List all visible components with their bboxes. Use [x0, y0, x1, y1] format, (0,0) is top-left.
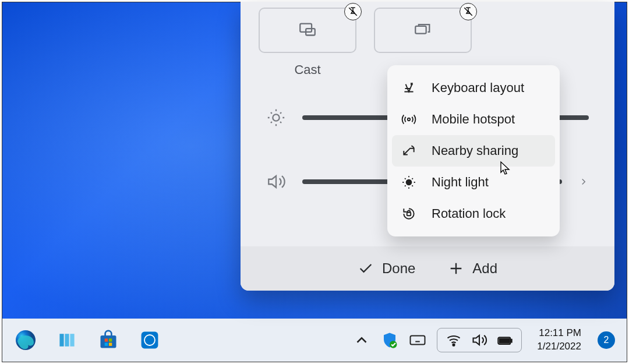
- taskbar: 12:11 PM 1/21/2022 2: [2, 319, 627, 362]
- tray-chevron-icon[interactable]: [353, 331, 370, 349]
- done-button[interactable]: Done: [358, 260, 415, 277]
- cursor-pointer-icon: [500, 161, 511, 176]
- notification-count: 2: [604, 335, 609, 345]
- done-button-label: Done: [382, 260, 415, 277]
- svg-point-4: [408, 118, 410, 121]
- file-explorer-icon[interactable]: [55, 328, 79, 352]
- menu-item-label: Night light: [432, 175, 489, 190]
- keyboard-layout-icon: [401, 80, 416, 96]
- brightness-icon: [266, 108, 286, 128]
- notification-badge[interactable]: 2: [598, 331, 615, 349]
- menu-item-label: Mobile hotspot: [432, 112, 515, 127]
- battery-icon: [497, 332, 513, 348]
- svg-rect-11: [101, 335, 116, 348]
- svg-rect-14: [105, 343, 108, 346]
- unpin-project-icon[interactable]: [460, 3, 477, 20]
- microsoft-store-icon[interactable]: [97, 328, 120, 352]
- cast-tile-label: Cast: [294, 62, 320, 77]
- svg-rect-2: [415, 26, 426, 34]
- svg-rect-8: [59, 334, 63, 347]
- date-label: 1/21/2022: [537, 340, 581, 354]
- menu-item-night-light[interactable]: Night light: [392, 167, 555, 198]
- menu-item-label: Keyboard layout: [432, 80, 524, 96]
- add-button[interactable]: Add: [448, 260, 497, 277]
- menu-item-keyboard-layout[interactable]: Keyboard layout: [392, 72, 555, 104]
- svg-rect-15: [109, 343, 112, 346]
- time-label: 12:11 PM: [537, 327, 581, 340]
- svg-point-20: [453, 344, 455, 346]
- network-volume-battery-tray[interactable]: [437, 328, 522, 352]
- menu-item-label: Rotation lock: [432, 206, 506, 221]
- project-tile[interactable]: [374, 8, 472, 53]
- svg-rect-9: [65, 334, 69, 347]
- taskbar-clock[interactable]: 12:11 PM 1/21/2022: [537, 327, 581, 354]
- dell-app-icon[interactable]: [138, 328, 161, 352]
- wifi-icon: [446, 332, 462, 348]
- nearby-sharing-icon: [401, 143, 416, 158]
- menu-item-mobile-hotspot[interactable]: Mobile hotspot: [392, 104, 555, 135]
- cast-tile[interactable]: [259, 8, 356, 53]
- svg-rect-12: [105, 338, 108, 341]
- menu-item-nearby-sharing[interactable]: Nearby sharing: [392, 135, 555, 167]
- svg-rect-22: [500, 339, 509, 343]
- volume-chevron-icon[interactable]: [578, 176, 589, 187]
- svg-point-3: [273, 114, 279, 121]
- speaker-icon: [471, 332, 487, 348]
- svg-rect-6: [407, 213, 411, 215]
- windows-security-icon[interactable]: [381, 331, 398, 349]
- svg-rect-10: [70, 334, 74, 347]
- edge-icon[interactable]: [14, 328, 37, 352]
- add-context-menu: Keyboard layout Mobile hotspot Nearby sh…: [387, 65, 560, 236]
- volume-icon: [266, 172, 286, 192]
- svg-rect-23: [511, 340, 512, 342]
- unpin-cast-icon[interactable]: [344, 3, 362, 20]
- svg-point-5: [407, 180, 412, 185]
- menu-item-rotation-lock[interactable]: Rotation lock: [392, 198, 555, 229]
- add-button-label: Add: [472, 260, 497, 277]
- night-light-icon: [401, 175, 416, 190]
- rotation-lock-icon: [401, 206, 416, 221]
- svg-rect-13: [109, 338, 112, 341]
- mobile-hotspot-icon: [401, 112, 416, 127]
- svg-rect-19: [411, 336, 425, 345]
- svg-rect-16: [142, 332, 158, 349]
- menu-item-label: Nearby sharing: [432, 143, 518, 158]
- touch-keyboard-icon[interactable]: [409, 331, 426, 349]
